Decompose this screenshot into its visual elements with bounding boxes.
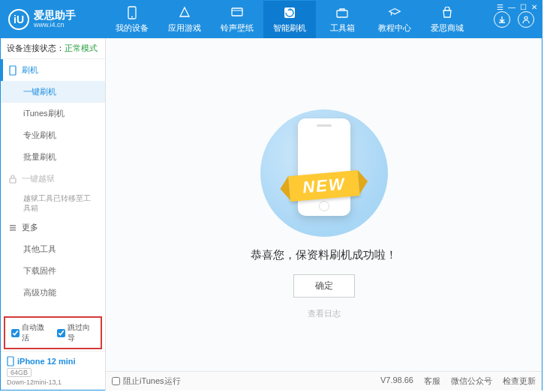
sidebar: 设备连接状态：正常模式 刷机 一键刷机 iTunes刷机 专业刷机 批量刷机 一…	[1, 38, 106, 391]
sidebar-item-firmware[interactable]: 下载固件	[1, 260, 105, 282]
section-flash[interactable]: 刷机	[1, 59, 105, 81]
nav-toolbox[interactable]: 工具箱	[316, 1, 368, 38]
sidebar-item-other[interactable]: 其他工具	[1, 238, 105, 260]
svg-rect-7	[10, 178, 16, 183]
section-title: 一键越狱	[22, 173, 55, 184]
sidebar-item-pro[interactable]: 专业刷机	[1, 124, 105, 146]
nav-label: 工具箱	[330, 22, 355, 34]
device-icon	[7, 356, 14, 367]
header: ☰ — ☐ ✕ iU 爱思助手 www.i4.cn 我的设备 应用游戏 铃声壁纸	[1, 1, 542, 38]
lock-icon	[8, 175, 17, 184]
ok-button[interactable]: 确定	[293, 274, 355, 298]
minimize-icon[interactable]: —	[508, 3, 515, 11]
nav-label: 铃声壁纸	[221, 22, 254, 34]
device-info[interactable]: iPhone 12 mini 64GB Down-12mini-13,1	[1, 351, 105, 391]
wechat-link[interactable]: 微信公众号	[451, 376, 492, 387]
success-illustration: NEW	[260, 109, 388, 237]
svg-rect-6	[10, 66, 16, 75]
sidebar-item-oneclick[interactable]: 一键刷机	[1, 81, 105, 103]
checkbox-input[interactable]	[11, 329, 20, 337]
checkbox-block-itunes[interactable]: 阻止iTunes运行	[112, 376, 181, 387]
success-message: 恭喜您，保资料刷机成功啦！	[251, 248, 397, 262]
media-icon	[230, 6, 244, 19]
svg-rect-4	[337, 10, 347, 17]
nav-apps[interactable]: 应用游戏	[158, 1, 211, 38]
flash-icon	[283, 6, 296, 19]
nav-media[interactable]: 铃声壁纸	[211, 1, 263, 38]
nav-flash[interactable]: 智能刷机	[263, 1, 316, 38]
nav-tutorial[interactable]: 教程中心	[368, 1, 421, 38]
logo: iU 爱思助手 www.i4.cn	[1, 9, 106, 30]
nav-label: 智能刷机	[273, 22, 306, 34]
toolbox-icon	[335, 6, 349, 19]
phone-icon	[8, 65, 17, 76]
app-name: 爱思助手	[34, 10, 76, 21]
jailbreak-note: 越狱工具已转移至工具箱	[1, 190, 105, 217]
section-title: 刷机	[22, 64, 38, 76]
user-icon[interactable]	[518, 11, 534, 28]
tutorial-icon	[388, 6, 401, 19]
update-link[interactable]: 检查更新	[503, 376, 536, 387]
svg-point-1	[131, 16, 133, 17]
device-icon	[125, 6, 139, 19]
device-name: iPhone 12 mini	[17, 357, 76, 366]
checkbox-auto-activate[interactable]: 自动激活	[11, 322, 50, 343]
logo-icon: iU	[8, 9, 29, 30]
maximize-icon[interactable]: ☐	[520, 3, 527, 11]
device-status: 设备连接状态：正常模式	[1, 38, 105, 59]
status-value: 正常模式	[65, 43, 98, 52]
apps-icon	[178, 6, 191, 19]
section-more[interactable]: 更多	[1, 217, 105, 238]
view-log-link[interactable]: 查看日志	[308, 308, 341, 319]
close-icon[interactable]: ✕	[531, 3, 537, 11]
section-jailbreak: 一键越狱	[1, 168, 105, 190]
checkbox-skip-guide[interactable]: 跳过向导	[57, 322, 95, 343]
device-capacity: 64GB	[7, 368, 32, 377]
settings-icon[interactable]: ☰	[497, 3, 503, 11]
svg-rect-2	[232, 8, 242, 16]
nav-my-device[interactable]: 我的设备	[106, 1, 158, 38]
checkbox-input[interactable]	[57, 329, 65, 337]
main-content: NEW 恭喜您，保资料刷机成功啦！ 确定 查看日志 阻止iTunes运行 V7.…	[106, 38, 542, 391]
list-icon	[8, 223, 17, 232]
sidebar-item-advanced[interactable]: 高级功能	[1, 282, 105, 304]
store-icon	[440, 6, 454, 19]
svg-point-5	[524, 16, 527, 19]
window-controls: ☰ — ☐ ✕	[497, 3, 537, 11]
support-link[interactable]: 客服	[424, 376, 440, 387]
app-url: www.i4.cn	[34, 22, 76, 29]
nav-label: 我的设备	[116, 22, 149, 34]
nav-label: 教程中心	[378, 22, 411, 34]
footer: 阻止iTunes运行 V7.98.66 客服 微信公众号 检查更新	[106, 371, 542, 391]
status-label: 设备连接状态：	[7, 43, 65, 52]
download-icon[interactable]	[494, 11, 510, 28]
svg-rect-8	[8, 357, 14, 366]
nav-label: 爱思商城	[431, 22, 464, 34]
options-row: 自动激活 跳过向导	[4, 316, 102, 349]
main-nav: 我的设备 应用游戏 铃声壁纸 智能刷机 工具箱 教程中心	[106, 1, 473, 38]
section-title: 更多	[22, 222, 38, 233]
nav-label: 应用游戏	[168, 22, 201, 34]
version-label: V7.98.66	[380, 376, 413, 387]
checkbox-input[interactable]	[112, 377, 120, 385]
sidebar-item-itunes[interactable]: iTunes刷机	[1, 103, 105, 124]
device-model: Down-12mini-13,1	[7, 379, 99, 386]
sidebar-item-batch[interactable]: 批量刷机	[1, 146, 105, 168]
nav-store[interactable]: 爱思商城	[421, 1, 473, 38]
